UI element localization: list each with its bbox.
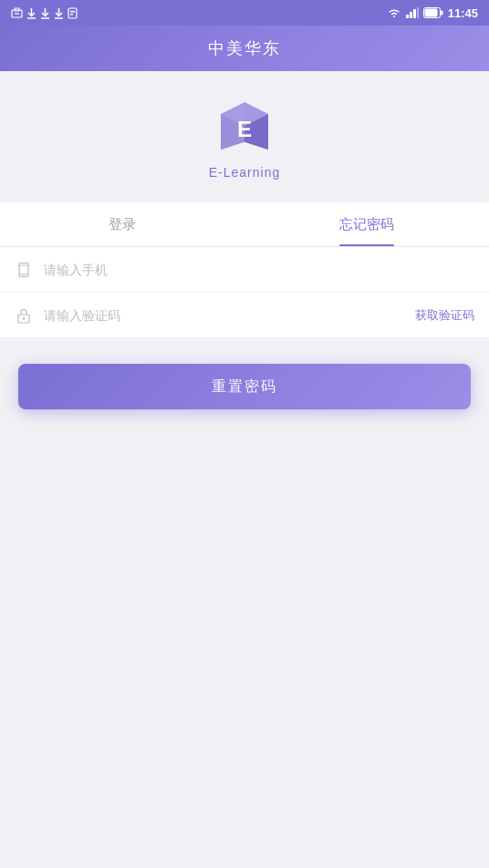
svg-rect-9: [406, 15, 409, 18]
status-right-icons: 11:45: [387, 6, 478, 20]
app-title: 中美华东: [208, 37, 281, 59]
svg-rect-8: [70, 14, 73, 16]
button-area: 重置密码: [0, 338, 489, 428]
status-bar: 11:45: [0, 0, 489, 26]
app-header: 中美华东: [0, 26, 489, 71]
verification-code-input[interactable]: [44, 308, 415, 323]
svg-rect-11: [413, 9, 416, 18]
lock-icon: [15, 306, 33, 325]
svg-rect-6: [68, 8, 77, 18]
svg-point-23: [23, 274, 24, 275]
logo-cube: E: [213, 98, 276, 158]
status-time: 11:45: [448, 6, 478, 20]
tab-login[interactable]: 登录: [0, 202, 244, 246]
download-icon-3: [54, 7, 64, 19]
get-code-button[interactable]: 获取验证码: [415, 307, 474, 324]
svg-rect-10: [410, 12, 412, 18]
tab-bar: 登录 忘记密码: [0, 202, 489, 247]
svg-rect-15: [424, 9, 437, 17]
svg-rect-14: [441, 11, 443, 16]
notif-icon-1: [11, 7, 23, 19]
app-icon: [68, 7, 78, 19]
download-icon-1: [26, 7, 36, 19]
logo-text: E-Learning: [209, 165, 281, 180]
logo-area: E E-Learning: [0, 71, 489, 202]
battery-icon: [423, 7, 443, 18]
svg-text:E: E: [237, 117, 252, 141]
phone-input[interactable]: [44, 263, 474, 277]
svg-rect-7: [70, 11, 75, 13]
wifi-icon: [387, 7, 401, 18]
status-left-icons: [11, 7, 78, 19]
svg-point-25: [23, 317, 26, 320]
phone-input-row: [0, 247, 489, 293]
signal-icon: [406, 7, 419, 18]
cube-svg: E: [213, 98, 276, 158]
code-input-row: 获取验证码: [0, 293, 489, 338]
reset-password-button[interactable]: 重置密码: [18, 364, 471, 409]
tab-forgot-password[interactable]: 忘记密码: [244, 202, 489, 246]
svg-rect-12: [417, 7, 419, 18]
phone-icon: [15, 261, 33, 279]
download-icon-2: [40, 7, 50, 19]
form-area: 获取验证码: [0, 247, 489, 338]
